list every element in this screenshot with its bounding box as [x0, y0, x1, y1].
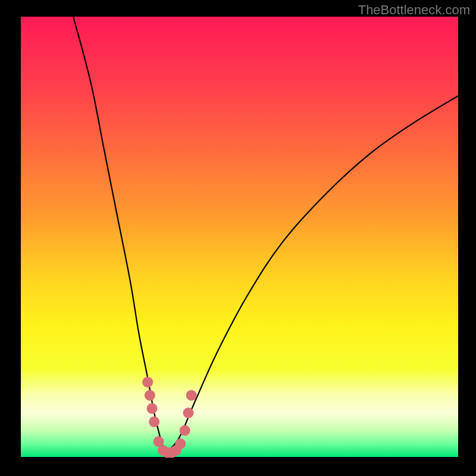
- vertex-marker: [149, 416, 159, 427]
- bottleneck-chart: [0, 0, 476, 476]
- vertex-marker: [145, 390, 155, 400]
- vertex-marker: [180, 425, 190, 436]
- vertex-marker: [183, 408, 194, 418]
- vertex-marker: [147, 403, 158, 414]
- chart-stage: TheBottleneck.com: [0, 0, 476, 476]
- vertex-marker: [175, 439, 186, 449]
- vertex-marker: [186, 390, 197, 400]
- plot-background: [21, 17, 458, 457]
- vertex-marker: [142, 377, 153, 387]
